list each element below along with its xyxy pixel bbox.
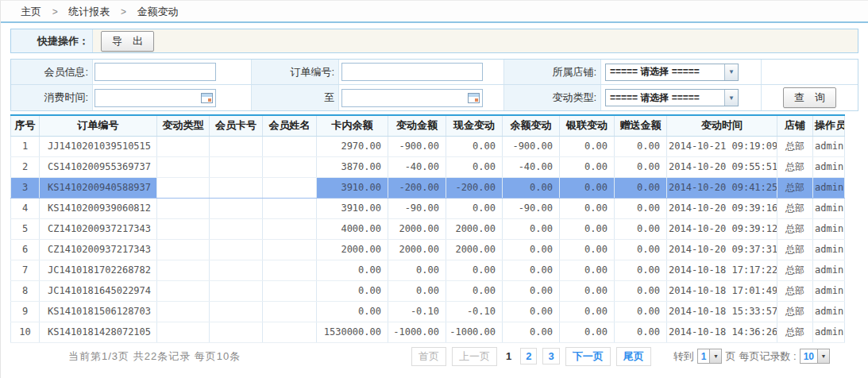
table-cell: 总部 <box>777 136 813 156</box>
table-cell: admin <box>813 218 845 239</box>
table-row[interactable]: 2CS14102009553697373870.00-40.000.00-40.… <box>11 156 845 177</box>
pager: 首页 上一页 1 2 3 下一页 尾页 <box>411 347 651 366</box>
table-row[interactable]: 7JC14101817022687820.000.000.000.000.000… <box>11 260 845 280</box>
table-cell <box>210 136 263 156</box>
table-cell: 0.00 <box>615 239 667 260</box>
table-cell <box>157 136 210 156</box>
table-cell <box>263 218 317 239</box>
table-cell: 0.00 <box>560 301 615 322</box>
page-size-select[interactable]: 10 ▼ <box>800 349 830 364</box>
table-cell <box>263 280 317 301</box>
table-cell: 总部 <box>777 301 813 322</box>
page-3-button[interactable]: 3 <box>542 348 559 364</box>
search-button[interactable]: 查 询 <box>783 87 836 108</box>
table-row[interactable]: 3KS14102009405889373910.00-200.00-200.00… <box>11 177 845 198</box>
table-cell: 总部 <box>777 218 813 239</box>
change-type-label: 变动类型: <box>504 85 601 110</box>
table-row[interactable]: 10KS14101814280721051530000.00-1000.00-1… <box>11 322 845 342</box>
calendar-icon[interactable] <box>468 93 480 103</box>
table-cell: 0.00 <box>615 136 667 156</box>
breadcrumb-separator: > <box>52 6 58 17</box>
table-cell: 总部 <box>777 322 813 342</box>
table-row[interactable]: 4KS14102009390608123910.00-90.000.00-90.… <box>11 198 845 218</box>
next-page-button[interactable]: 下一页 <box>565 347 611 366</box>
table-cell: 0.00 <box>615 218 667 239</box>
store-select[interactable]: ===== 请选择 ===== ▼ <box>605 64 739 81</box>
table-cell: 0.00 <box>560 280 615 301</box>
column-header: 会员卡号 <box>210 115 263 136</box>
filter-row-1: 会员信息: 订单编号: 所属店铺: ===== 请选择 ===== ▼ <box>11 60 858 85</box>
first-page-button: 首页 <box>411 347 446 366</box>
table-cell: KS1410200940588937 <box>40 177 157 198</box>
export-button[interactable]: 导 出 <box>101 31 154 52</box>
table-row[interactable]: 5CZ14102009372173434000.002000.002000.00… <box>11 218 845 239</box>
filter-empty-cell <box>762 60 858 84</box>
table-cell <box>263 198 317 218</box>
table-cell: 0.00 <box>446 260 503 280</box>
table-cell <box>263 177 317 198</box>
column-header: 余额变动 <box>503 115 560 136</box>
table-cell: 2014-10-20 09:41:25 <box>667 177 777 198</box>
table-cell: 0.00 <box>560 260 615 280</box>
change-type-select[interactable]: ===== 请选择 ===== ▼ <box>605 89 739 106</box>
table-cell: admin <box>813 301 845 322</box>
consume-time-start-input[interactable] <box>95 89 216 107</box>
table-cell: -0.10 <box>388 301 446 322</box>
table-cell: 0.00 <box>446 156 503 177</box>
table-cell: 3 <box>11 177 40 198</box>
table-cell: KS1410200939060812 <box>40 198 157 218</box>
breadcrumb-separator: > <box>121 6 126 17</box>
table-row[interactable]: 1JJ14102010395105152970.00-900.000.00-90… <box>11 136 845 156</box>
table-cell: 0.00 <box>388 260 446 280</box>
table-cell: 0.00 <box>446 280 503 301</box>
consume-time-cell <box>93 85 252 110</box>
last-page-button[interactable]: 尾页 <box>616 347 651 366</box>
breadcrumb-statistics-reports[interactable]: 统计报表 <box>68 6 110 17</box>
consume-time-end-input[interactable] <box>341 89 483 107</box>
table-cell: 10 <box>11 322 40 342</box>
table-cell <box>210 239 263 260</box>
quick-operations-panel: 快捷操作： 导 出 <box>10 29 858 53</box>
table-cell: 2014-10-20 09:39:16 <box>667 198 777 218</box>
order-no-input[interactable] <box>341 63 483 81</box>
table-cell: -40.00 <box>503 156 560 177</box>
table-cell <box>263 322 317 342</box>
column-header: 操作员 <box>813 115 845 136</box>
table-cell: 2014-10-20 09:37:31 <box>667 239 777 260</box>
table-row[interactable]: 8JC14101816450229740.000.000.000.000.000… <box>11 280 845 301</box>
table-cell: -200.00 <box>446 177 503 198</box>
column-header: 变动金额 <box>388 115 446 136</box>
column-header: 现金变动 <box>446 115 503 136</box>
column-header: 订单编号 <box>40 115 157 136</box>
table-cell <box>157 198 210 218</box>
goto-page-select[interactable]: 1 ▼ <box>697 349 723 364</box>
consume-time-label: 消费时间: <box>11 85 93 110</box>
breadcrumb-home[interactable]: 主页 <box>21 6 41 17</box>
table-cell: 0.00 <box>503 280 560 301</box>
change-type-select-value: ===== 请选择 ===== <box>606 91 724 105</box>
column-header: 序号 <box>11 115 40 136</box>
table-cell: 4000.00 <box>317 218 388 239</box>
column-header: 变动类型 <box>157 115 210 136</box>
table-cell: CZ1410200937217343 <box>40 218 157 239</box>
calendar-icon[interactable] <box>201 93 213 103</box>
table-cell <box>157 156 210 177</box>
table-cell: 3910.00 <box>317 177 388 198</box>
table-cell <box>263 239 317 260</box>
table-cell: 0.00 <box>615 301 667 322</box>
table-row[interactable]: 6CZ14102009372173432000.002000.002000.00… <box>11 239 845 260</box>
table-cell: 2000.00 <box>388 239 446 260</box>
chevron-down-icon: ▼ <box>724 90 738 106</box>
table-cell: admin <box>813 260 845 280</box>
table-cell: 2014-10-18 15:33:57 <box>667 301 777 322</box>
table-cell <box>210 322 263 342</box>
table-row[interactable]: 9KS14101815061287030.00-0.10-0.100.000.0… <box>11 301 845 322</box>
member-info-input[interactable] <box>95 63 216 81</box>
goto-page-select-value: 1 <box>698 351 710 362</box>
page-2-button[interactable]: 2 <box>520 348 537 364</box>
table-cell: 2014-10-20 09:55:51 <box>667 156 777 177</box>
page-size-select-value: 10 <box>800 351 817 362</box>
table-cell: 7 <box>11 260 40 280</box>
change-type-cell: ===== 请选择 ===== ▼ <box>601 85 762 110</box>
table-cell: admin <box>813 136 845 156</box>
